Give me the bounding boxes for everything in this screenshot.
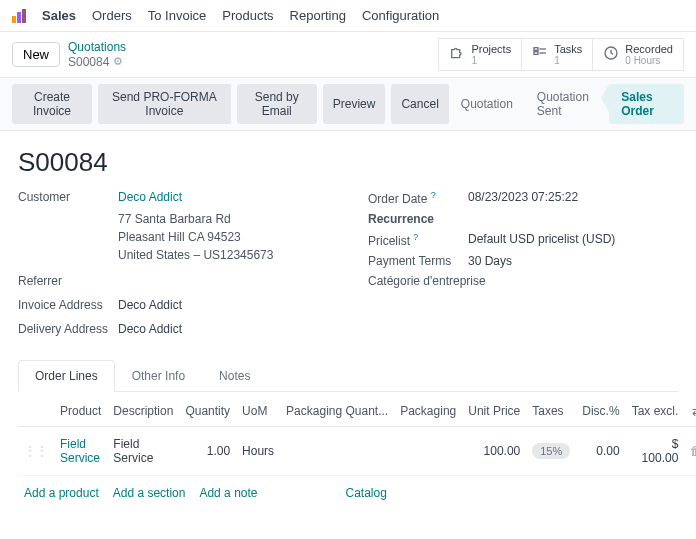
drag-handle-icon[interactable]: ⋮⋮ (18, 427, 54, 476)
tab-other-info[interactable]: Other Info (115, 360, 202, 391)
send-email-button[interactable]: Send by Email (237, 84, 317, 124)
line-taxes[interactable]: 15% (526, 427, 576, 476)
col-product: Product (54, 396, 107, 427)
catalog-link[interactable]: Catalog (346, 486, 387, 500)
status-quotation[interactable]: Quotation (449, 91, 525, 117)
order-date-help-icon[interactable]: ? (431, 190, 436, 200)
stat-recorded-value: 0 Hours (625, 55, 673, 66)
line-description[interactable]: Field Service (107, 427, 179, 476)
tax-badge[interactable]: 15% (532, 443, 570, 459)
breadcrumb: Quotations S00084 ⚙ (68, 40, 126, 69)
breadcrumb-quotations[interactable]: Quotations (68, 40, 126, 54)
line-packaging[interactable] (394, 427, 462, 476)
payment-terms-label: Payment Terms (368, 254, 468, 268)
send-proforma-button[interactable]: Send PRO-FORMA Invoice (98, 84, 231, 124)
address-line-3: United States – US12345673 (118, 246, 328, 264)
stat-projects-label: Projects (471, 43, 511, 55)
svg-rect-3 (534, 47, 538, 50)
new-button[interactable]: New (12, 42, 60, 67)
columns-settings-icon[interactable]: ⇄ (692, 404, 696, 418)
customer-label: Customer (18, 190, 118, 204)
breadcrumb-current: S00084 (68, 55, 109, 69)
order-date-label: Order Date ? (368, 190, 468, 206)
puzzle-icon (449, 45, 465, 65)
table-row[interactable]: ⋮⋮ Field Service Field Service 1.00 Hour… (18, 427, 696, 476)
line-uom[interactable]: Hours (236, 427, 280, 476)
nav-to-invoice[interactable]: To Invoice (148, 8, 207, 23)
delete-line-icon[interactable]: 🗑 (690, 444, 696, 458)
category-label: Catégorie d'entreprise (368, 274, 508, 288)
delivery-address-value[interactable]: Deco Addict (118, 322, 182, 336)
status-sales-order[interactable]: Sales Order (609, 84, 684, 124)
tasks-icon (532, 45, 548, 65)
svg-rect-2 (22, 9, 26, 23)
gear-icon[interactable]: ⚙ (113, 55, 123, 68)
add-note-link[interactable]: Add a note (199, 486, 257, 500)
delivery-address-label: Delivery Address (18, 322, 118, 336)
left-column: Customer Deco Addict 77 Santa Barbara Rd… (18, 190, 328, 342)
col-packaging-qty: Packaging Quant... (280, 396, 394, 427)
action-bar: Create Invoice Send PRO-FORMA Invoice Se… (0, 77, 696, 131)
payment-terms-value[interactable]: 30 Days (468, 254, 512, 268)
stat-tasks[interactable]: Tasks1 (521, 38, 593, 71)
top-nav: Sales Orders To Invoice Products Reporti… (0, 0, 696, 32)
col-description: Description (107, 396, 179, 427)
line-unit-price[interactable]: 100.00 (462, 427, 526, 476)
nav-sales[interactable]: Sales (42, 8, 76, 23)
stat-projects[interactable]: Projects1 (438, 38, 522, 71)
stat-projects-value: 1 (471, 55, 511, 66)
add-product-link[interactable]: Add a product (24, 486, 99, 500)
sub-bar: New Quotations S00084 ⚙ Projects1 Tasks1 (0, 32, 696, 77)
line-quantity[interactable]: 1.00 (179, 427, 236, 476)
add-section-link[interactable]: Add a section (113, 486, 186, 500)
svg-rect-4 (534, 51, 538, 54)
customer-link[interactable]: Deco Addict (118, 190, 182, 204)
page-title: S00084 (18, 147, 678, 178)
referrer-label: Referrer (18, 274, 118, 288)
line-product[interactable]: Field Service (54, 427, 107, 476)
line-disc[interactable]: 0.00 (576, 427, 625, 476)
svg-rect-1 (17, 12, 21, 23)
status-quotation-sent[interactable]: Quotation Sent (525, 84, 609, 124)
tab-order-lines[interactable]: Order Lines (18, 360, 115, 392)
tab-notes[interactable]: Notes (202, 360, 267, 391)
col-quantity: Quantity (179, 396, 236, 427)
col-taxes: Taxes (526, 396, 576, 427)
invoice-address-label: Invoice Address (18, 298, 118, 312)
pricelist-label: Pricelist ? (368, 232, 468, 248)
pricelist-help-icon[interactable]: ? (413, 232, 418, 242)
nav-orders[interactable]: Orders (92, 8, 132, 23)
cancel-button[interactable]: Cancel (391, 84, 448, 124)
order-date-value: 08/23/2023 07:25:22 (468, 190, 578, 206)
stat-tasks-label: Tasks (554, 43, 582, 55)
line-packaging-qty[interactable] (280, 427, 394, 476)
pricelist-value[interactable]: Default USD pricelist (USD) (468, 232, 615, 248)
col-uom: UoM (236, 396, 280, 427)
nav-products[interactable]: Products (222, 8, 273, 23)
order-lines-table: Product Description Quantity UoM Packagi… (18, 396, 696, 476)
nav-reporting[interactable]: Reporting (290, 8, 346, 23)
nav-configuration[interactable]: Configuration (362, 8, 439, 23)
col-unit-price: Unit Price (462, 396, 526, 427)
status-bar: Quotation Quotation Sent Sales Order (449, 84, 684, 124)
col-disc: Disc.% (576, 396, 625, 427)
tabs: Order Lines Other Info Notes (18, 360, 678, 392)
stat-recorded[interactable]: Recorded0 Hours (592, 38, 684, 71)
invoice-address-value[interactable]: Deco Addict (118, 298, 182, 312)
right-column: Order Date ? 08/23/2023 07:25:22 Recurre… (368, 190, 678, 342)
col-tax-excl: Tax excl. (626, 396, 685, 427)
main-content: S00084 Customer Deco Addict 77 Santa Bar… (0, 131, 696, 539)
preview-button[interactable]: Preview (323, 84, 386, 124)
stat-recorded-label: Recorded (625, 43, 673, 55)
add-links: Add a product Add a section Add a note C… (18, 476, 678, 510)
address-line-2: Pleasant Hill CA 94523 (118, 228, 328, 246)
stat-tasks-value: 1 (554, 55, 582, 66)
create-invoice-button[interactable]: Create Invoice (12, 84, 92, 124)
address-line-1: 77 Santa Barbara Rd (118, 210, 328, 228)
app-logo-icon (12, 9, 26, 23)
stat-boxes: Projects1 Tasks1 Recorded0 Hours (438, 38, 684, 71)
line-tax-excl: $ 100.00 (626, 427, 685, 476)
col-packaging: Packaging (394, 396, 462, 427)
recurrence-label: Recurrence (368, 212, 468, 226)
svg-rect-0 (12, 16, 16, 23)
